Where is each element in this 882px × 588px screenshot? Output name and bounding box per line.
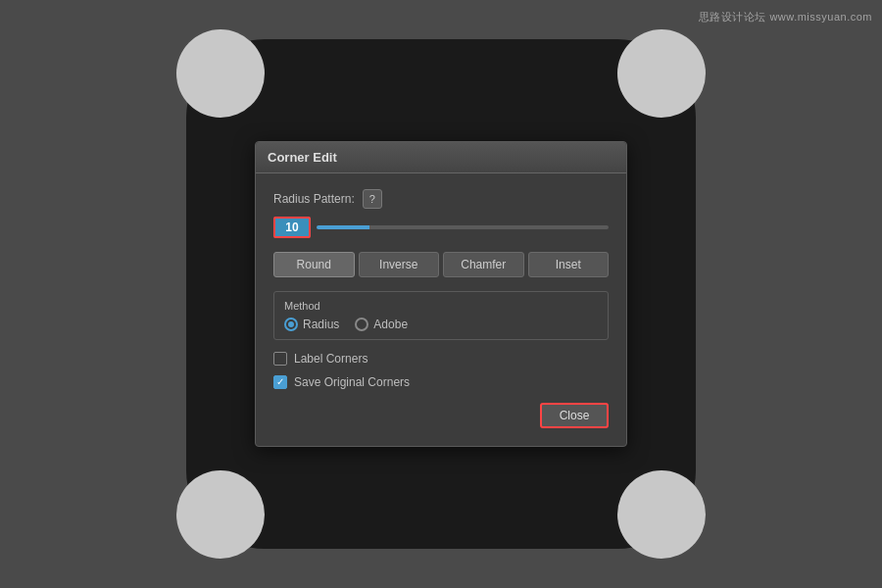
corner-edit-dialog: Corner Edit Radius Pattern: ? Round Inve… xyxy=(255,141,627,447)
dialog-footer: Close xyxy=(273,403,609,428)
radius-radio-option[interactable]: Radius xyxy=(284,318,339,331)
adobe-radio-circle xyxy=(355,318,368,331)
label-corners-row: Label Corners xyxy=(273,352,609,366)
radius-pattern-label: Radius Pattern: xyxy=(273,192,355,206)
method-label: Method xyxy=(284,300,598,312)
radius-value-input[interactable] xyxy=(273,217,311,238)
corner-bl xyxy=(176,470,265,559)
label-corners-label: Label Corners xyxy=(294,352,368,366)
round-button[interactable]: Round xyxy=(273,252,355,277)
watermark: 思路设计论坛 www.missyuan.com xyxy=(699,10,872,24)
adobe-radio-option[interactable]: Adobe xyxy=(355,318,408,331)
save-original-corners-row: Save Original Corners xyxy=(273,375,609,389)
radius-pattern-row: Radius Pattern: ? xyxy=(273,189,609,209)
corner-br xyxy=(617,470,706,559)
style-buttons-group: Round Inverse Chamfer Inset xyxy=(273,252,609,277)
inset-button[interactable]: Inset xyxy=(528,252,610,277)
dialog-title: Corner Edit xyxy=(268,150,337,165)
radius-slider[interactable] xyxy=(317,225,609,229)
radius-radio-circle xyxy=(284,318,298,331)
adobe-radio-label: Adobe xyxy=(373,318,408,331)
radius-radio-label: Radius xyxy=(303,318,339,331)
label-corners-checkbox[interactable] xyxy=(273,352,287,366)
dialog-titlebar: Corner Edit xyxy=(256,142,626,173)
corner-tl xyxy=(176,29,265,118)
radio-group: Radius Adobe xyxy=(284,318,598,331)
slider-row xyxy=(273,217,609,238)
chamfer-button[interactable]: Chamfer xyxy=(443,252,524,277)
dialog-body: Radius Pattern: ? Round Inverse Chamfer … xyxy=(256,173,626,446)
corner-tr xyxy=(617,29,706,118)
save-original-corners-checkbox[interactable] xyxy=(273,375,287,389)
icon-container: Corner Edit Radius Pattern: ? Round Inve… xyxy=(186,39,696,549)
inverse-button[interactable]: Inverse xyxy=(359,252,440,277)
close-button[interactable]: Close xyxy=(540,403,609,428)
method-section: Method Radius Adobe xyxy=(273,291,609,340)
save-original-corners-label: Save Original Corners xyxy=(294,375,410,389)
help-button[interactable]: ? xyxy=(363,189,382,209)
